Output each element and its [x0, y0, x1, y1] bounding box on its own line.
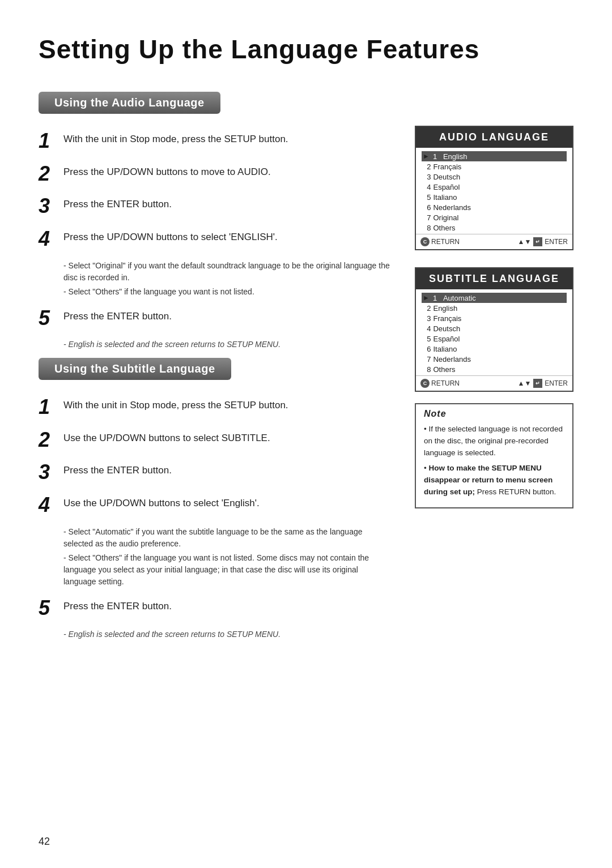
subtitle-menu-items: ► 1 Automatic 2 English 3 Français	[416, 289, 572, 375]
footer-enter: ▲▼ ↵ ENTER	[518, 379, 568, 388]
subtitle-menu-item-4: 4 Deutsch	[423, 323, 566, 333]
step-text: Press the ENTER button.	[63, 461, 172, 478]
audio-menu-item-7: 7 Original	[423, 212, 566, 223]
step-number: 3	[39, 195, 63, 217]
step-number: 1	[39, 396, 63, 418]
item-number: 4	[423, 183, 431, 191]
item-number: 5	[423, 193, 431, 202]
enter-button-icon: ↵	[533, 379, 542, 388]
subtitle-menu-item-3: 3 Français	[423, 313, 566, 323]
item-label: Deutsch	[433, 324, 460, 333]
audio-menu-container: AUDIO LANGUAGE ► 1 English 2 Français	[415, 126, 573, 250]
return-button-icon: C	[420, 379, 430, 388]
step-text: Use the UP/DOWN buttons to select SUBTIT…	[63, 429, 270, 446]
audio-menu-title: AUDIO LANGUAGE	[416, 127, 572, 148]
subtitle-menu-item-1: ► 1 Automatic	[422, 293, 567, 303]
audio-menu-items: ► 1 English 2 Français 3 Deutsch	[416, 148, 572, 234]
audio-menu-item-5: 5 Italiano	[423, 192, 566, 202]
step-text: Press the ENTER button.	[63, 307, 172, 324]
step-text: With the unit in Stop mode, press the SE…	[63, 396, 288, 413]
left-column: Using the Audio Language 1 With the unit…	[39, 92, 392, 648]
item-label: Español	[433, 183, 460, 191]
item-number: 1	[433, 152, 441, 161]
step-text: Use the UP/DOWN buttons to select 'Engli…	[63, 494, 260, 511]
item-number: 7	[423, 355, 431, 364]
page-number: 42	[39, 836, 50, 848]
audio-section-header: Using the Audio Language	[39, 92, 220, 114]
item-number: 5	[423, 335, 431, 343]
selected-arrow: ►	[423, 152, 430, 160]
item-label: Español	[433, 335, 460, 343]
right-column: AUDIO LANGUAGE ► 1 English 2 Français	[415, 92, 573, 648]
footer-return: C RETURN	[420, 379, 460, 388]
content-layout: Using the Audio Language 1 With the unit…	[39, 92, 573, 648]
return-label: RETURN	[431, 379, 460, 387]
subtitle-note-2: - Select "Others" if the language you wa…	[63, 552, 392, 588]
enter-button-icon: ↵	[533, 237, 542, 246]
subtitle-step-5: 5 Press the ENTER button.	[39, 597, 392, 619]
audio-menu-footer: C RETURN ▲▼ ↵ ENTER	[416, 234, 572, 249]
step-number: 5	[39, 307, 63, 330]
subtitle-step-2: 2 Use the UP/DOWN buttons to select SUBT…	[39, 429, 392, 451]
audio-menu-item-3: 3 Deutsch	[423, 172, 566, 182]
note-bullet-2: • How to make the SETUP MENU disappear o…	[424, 463, 564, 498]
selected-arrow: ►	[423, 294, 430, 302]
step-text: With the unit in Stop mode, press the SE…	[63, 130, 288, 147]
subtitle-language-menu: SUBTITLE LANGUAGE ► 1 Automatic 2 Englis…	[415, 267, 573, 392]
subtitle-menu-item-8: 8 Others	[423, 364, 566, 374]
page-title: Setting Up the Language Features	[39, 34, 573, 65]
subtitle-step5-note: - English is selected and the screen ret…	[63, 630, 392, 639]
item-number: 3	[423, 314, 431, 323]
step-number: 1	[39, 130, 63, 152]
page-container: Setting Up the Language Features Using t…	[0, 0, 612, 868]
step-number: 4	[39, 228, 63, 250]
step-text: Press the ENTER button.	[63, 597, 172, 614]
step-number: 5	[39, 597, 63, 619]
audio-step4-notes: - Select "Original" if you want the defa…	[63, 260, 392, 298]
audio-step-5: 5 Press the ENTER button.	[39, 307, 392, 330]
item-label: Italiano	[433, 345, 457, 353]
item-label: Deutsch	[433, 173, 460, 181]
updown-arrows: ▲▼	[518, 238, 532, 246]
audio-menu-item-1: ► 1 English	[422, 151, 567, 161]
subtitle-step-3: 3 Press the ENTER button.	[39, 461, 392, 484]
subtitle-menu-footer: C RETURN ▲▼ ↵ ENTER	[416, 375, 572, 391]
subtitle-menu-container: SUBTITLE LANGUAGE ► 1 Automatic 2 Englis…	[415, 267, 573, 508]
audio-step-4: 4 Press the UP/DOWN buttons to select 'E…	[39, 228, 392, 250]
step-number: 2	[39, 163, 63, 185]
subtitle-step4-notes: - Select "Automatic" if you want the sub…	[63, 526, 392, 588]
subtitle-step-4: 4 Use the UP/DOWN buttons to select 'Eng…	[39, 494, 392, 516]
audio-menu-item-4: 4 Español	[423, 182, 566, 192]
return-button-icon: C	[420, 237, 430, 246]
item-label: Italiano	[433, 193, 457, 202]
note-box-title: Note	[424, 409, 564, 419]
item-number: 4	[423, 324, 431, 333]
step-text: Press the ENTER button.	[63, 195, 172, 212]
item-label: Others	[433, 365, 455, 374]
subtitle-step-1: 1 With the unit in Stop mode, press the …	[39, 396, 392, 418]
enter-label: ENTER	[545, 238, 568, 246]
item-label: Français	[433, 314, 461, 323]
audio-menu-item-2: 2 Français	[423, 161, 566, 172]
item-number: 8	[423, 365, 431, 374]
audio-step5-note: - English is selected and the screen ret…	[63, 340, 392, 349]
item-label: English	[443, 152, 468, 161]
subtitle-menu-item-6: 6 Italiano	[423, 344, 566, 354]
step-number: 4	[39, 494, 63, 516]
item-number: 7	[423, 213, 431, 222]
step-number: 3	[39, 461, 63, 484]
step-text: Press the UP/DOWN buttons to select 'ENG…	[63, 228, 278, 245]
footer-return: C RETURN	[420, 237, 460, 246]
audio-language-menu: AUDIO LANGUAGE ► 1 English 2 Français	[415, 126, 573, 250]
updown-arrows: ▲▼	[518, 379, 532, 387]
item-label: Others	[433, 224, 455, 232]
audio-step-1: 1 With the unit in Stop mode, press the …	[39, 130, 392, 152]
step-number: 2	[39, 429, 63, 451]
subtitle-menu-item-2: 2 English	[423, 303, 566, 313]
subtitle-note-1: - Select "Automatic" if you want the sub…	[63, 526, 392, 550]
audio-menu-item-6: 6 Nederlands	[423, 202, 566, 212]
item-label: Nederlands	[433, 203, 471, 212]
note-bullet-1: • If the selected language is not record…	[424, 424, 564, 459]
item-number: 6	[423, 203, 431, 212]
audio-step-2: 2 Press the UP/DOWN buttons to move to A…	[39, 163, 392, 185]
